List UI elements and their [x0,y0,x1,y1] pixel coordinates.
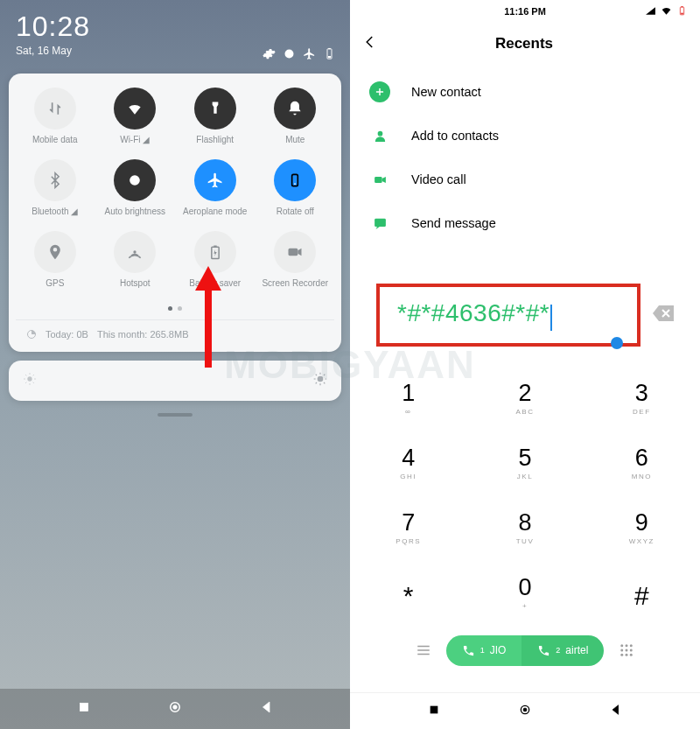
key-digit: 9 [635,509,648,536]
key-6[interactable]: 6MNO [584,431,700,495]
quick-settings-panel: Mobile dataWi-Fi ◢FlashlightMuteBluetoot… [9,74,341,352]
action-video[interactable]: Video call [350,158,700,201]
nav-back-button[interactable] [609,703,623,720]
nav-home-button[interactable] [518,703,532,720]
qs-label: Battery saver [189,278,241,299]
qs-label: Auto brightness [105,207,166,228]
key-sub: MNO [632,473,652,480]
hotspot-icon [114,231,156,273]
usage-today: Today: 0B [46,329,88,340]
action-label: New contact [411,85,481,99]
call-row: 1 JIO 2 airtel [350,625,700,680]
page-title: Recents [360,35,688,53]
key-sub: ABC [516,408,535,416]
key-7[interactable]: 7PQRS [350,495,466,560]
qs-flashlight[interactable]: Flashlight [176,88,255,156]
brightness-low-icon [23,372,37,389]
qs-label: Aeroplane mode [183,207,247,228]
qs-label: Bluetooth ◢ [32,207,78,228]
key-3[interactable]: 3DEF [584,366,700,431]
qs-label: Screen Recorder [262,278,328,299]
bluetooth-icon [34,159,76,201]
nav-back-button[interactable] [259,699,275,718]
dialpad-toggle-button[interactable] [609,642,644,658]
page-dots[interactable] [16,306,334,311]
nav-recent-button[interactable] [76,699,92,718]
battery-icon [323,47,336,64]
qs-gps[interactable]: GPS [16,231,94,299]
dialer-pane: 11:16 PM Recents New contactAdd to conta… [350,0,700,729]
qs-auto-bright[interactable]: AAuto brightness [96,159,175,228]
key-*[interactable]: * [350,560,466,625]
key-digit: 8 [518,509,531,536]
qs-airplane[interactable]: Aeroplane mode [176,159,255,228]
svg-point-12 [27,376,32,381]
qs-battery[interactable]: Battery saver [176,231,255,299]
key-2[interactable]: 2ABC [466,366,583,431]
qs-mute[interactable]: Mute [256,88,335,156]
svg-point-30 [626,654,628,656]
action-person[interactable]: Add to contacts [350,114,700,158]
qs-rotate[interactable]: Rotate off [256,159,335,228]
key-sub: ∞ [405,408,411,416]
key-digit: 7 [402,509,415,536]
recorder-icon [274,231,316,273]
qs-bluetooth[interactable]: Bluetooth ◢ [16,159,94,228]
qs-label: Rotate off [276,207,314,228]
action-label: Video call [411,172,466,186]
svg-point-27 [626,649,628,652]
nav-home-button[interactable] [167,699,183,718]
svg-point-6 [294,183,296,185]
svg-rect-22 [374,218,386,226]
backspace-button[interactable] [653,305,674,325]
svg-rect-2 [328,56,331,58]
key-digit: 6 [635,445,648,472]
key-digit: 2 [518,380,531,407]
qs-label: Mobile data [32,135,78,156]
plus-icon [369,81,390,102]
svg-rect-1 [328,48,331,49]
key-8[interactable]: 8TUV [466,495,583,560]
qs-label: Mute [285,135,304,156]
qs-hotspot[interactable]: Hotspot [96,231,175,299]
status-bar-left: 10:28 Sat, 16 May [0,0,350,63]
wifi-icon [658,5,672,18]
key-4[interactable]: 4GHI [350,431,466,495]
qs-label: GPS [46,278,64,299]
svg-rect-10 [289,249,298,256]
data-usage-row[interactable]: Today: 0B This month: 265.8MB [16,319,334,345]
qs-mobile-data[interactable]: Mobile data [16,88,94,156]
header: Recents [350,23,700,65]
key-5[interactable]: 5JKL [466,431,583,495]
status-time: 11:16 PM [504,6,546,17]
key-#[interactable]: # [584,560,700,625]
video-icon [369,169,390,190]
action-message[interactable]: Send message [350,201,700,245]
auto-bright-icon: A [114,159,156,201]
brightness-slider[interactable] [9,361,341,401]
menu-button[interactable] [406,642,441,658]
action-plus[interactable]: New contact [350,70,700,114]
navigation-bar-left [0,689,350,729]
nav-recent-button[interactable] [427,703,441,720]
svg-rect-18 [681,6,682,7]
key-0[interactable]: 0+ [466,560,583,625]
svg-point-34 [523,708,527,711]
qs-wifi[interactable]: Wi-Fi ◢ [96,88,175,156]
qs-label: Hotspot [120,278,150,299]
call-sim1-button[interactable]: 1 JIO [446,635,522,666]
svg-point-25 [630,645,633,648]
panel-handle[interactable] [158,413,192,417]
keypad: 1∞2ABC3DEF4GHI5JKL6MNO7PQRS8TUV9WXYZ*0+# [350,366,700,625]
gear-icon[interactable] [262,47,276,64]
signal-icon [642,5,656,18]
key-9[interactable]: 9WXYZ [584,495,700,560]
mobile-data-icon [34,88,76,130]
qs-recorder[interactable]: Screen Recorder [256,231,335,299]
key-1[interactable]: 1∞ [350,366,466,431]
svg-point-16 [173,705,178,710]
highlight-box: *#*#4636#*#* [376,284,640,347]
call-sim2-button[interactable]: 2 airtel [522,635,604,666]
quick-settings-pane: 10:28 Sat, 16 May Mobile dataWi-Fi ◢Flas… [0,0,350,729]
svg-point-28 [630,649,633,652]
